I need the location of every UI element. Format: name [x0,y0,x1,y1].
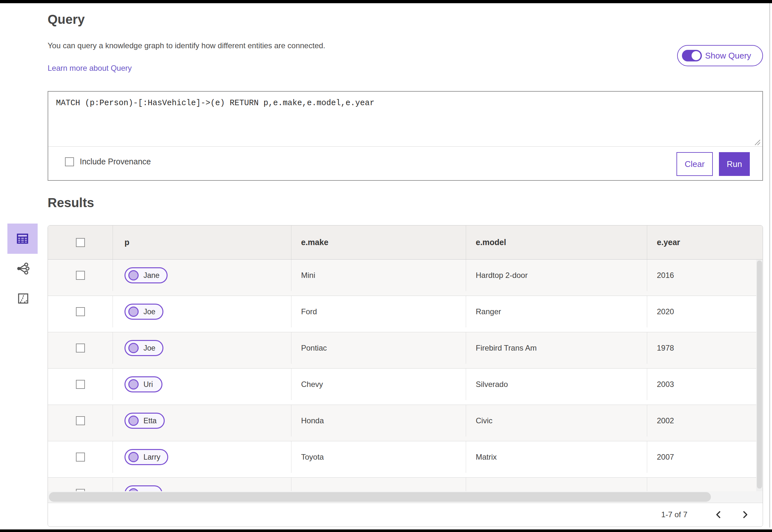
entity-cell: Joe [113,296,291,327]
row-checkbox[interactable] [76,380,85,389]
cell-e-make: Ford [291,296,466,327]
entity-cell: Larry [113,441,291,473]
learn-more-link[interactable]: Learn more about Query [48,64,132,73]
cell-e-year: 2003 [647,369,763,400]
table-header-row: p e.make e.model e.year [48,225,763,260]
table-row: UriChevySilverado2003 [48,369,763,405]
entity-name: Jane [143,271,160,280]
column-header-p[interactable]: p [113,225,291,259]
entity-pill[interactable]: Joe [124,304,163,320]
window-right-edge [769,3,770,527]
cell-e-model: Matrix [466,441,647,473]
entity-name: Uri [143,380,153,389]
include-provenance-checkbox[interactable] [65,157,74,166]
query-description: You can query a knowledge graph to ident… [48,41,325,50]
cell-e-year: 2016 [647,260,763,291]
person-node-icon [128,416,139,426]
include-provenance-label: Include Provenance [80,157,151,166]
table-row: JoePontiacFirebird Trans Am1978 [48,332,763,369]
entity-pill[interactable]: Joe [124,340,163,356]
row-checkbox[interactable] [76,416,85,425]
entity-cell: Joe [113,332,291,364]
cell-e-make: Mini [291,260,466,291]
row-checkbox[interactable] [76,344,85,353]
chevron-right-icon [742,511,749,518]
entity-pill[interactable]: Etta [124,413,165,429]
pagination-bar: 1-7 of 7 [48,503,763,526]
row-checkbox-cell [48,332,113,364]
toggle-knob [692,51,701,60]
include-provenance-control[interactable]: Include Provenance [65,157,151,166]
row-checkbox[interactable] [76,307,85,316]
row-checkbox-cell [48,441,113,473]
cell-e-model: Hardtop 2-door [466,260,647,291]
table-row: LarryToyotaMatrix2007 [48,441,763,478]
row-checkbox-cell [48,296,113,327]
show-query-label: Show Query [705,51,751,61]
run-button[interactable]: Run [719,152,750,176]
row-checkbox[interactable] [76,271,85,280]
row-checkbox[interactable] [76,453,85,462]
next-page-button[interactable] [739,508,752,521]
clear-button[interactable]: Clear [676,152,713,176]
vertical-scrollbar-thumb[interactable] [757,261,762,489]
column-header-e-make[interactable]: e.make [291,225,466,259]
resize-grip-icon[interactable] [753,139,761,146]
row-checkbox-cell [48,405,113,436]
editor-footer-divider [48,146,762,147]
entity-name: Joe [143,307,155,316]
cell-e-make: Toyota [291,441,466,473]
entity-cell: Etta [113,405,291,436]
person-node-icon [128,343,139,353]
query-page: Query You can query a knowledge graph to… [0,0,772,532]
show-query-toggle-button[interactable]: Show Query [677,45,763,66]
pagination-range-label: 1-7 of 7 [661,510,687,519]
entity-name: Joe [143,344,155,353]
window-bottom-edge [0,529,772,532]
link-chart-view-button[interactable] [14,260,32,277]
table-view-button-selected[interactable] [7,224,38,254]
person-node-icon [128,379,139,390]
window-top-edge [0,0,772,3]
row-checkbox-cell [48,369,113,400]
table-view-icon [15,232,30,246]
map-view-button[interactable] [15,291,31,306]
table-row: EttaHondaCivic2002 [48,405,763,441]
query-editor-panel: MATCH (p:Person)-[:HasVehicle]->(e) RETU… [48,91,763,181]
entity-pill[interactable]: Jane [124,267,168,283]
person-node-icon [128,270,139,280]
column-header-e-year[interactable]: e.year [647,225,763,259]
vertical-scrollbar[interactable] [756,260,763,491]
entity-name: Larry [143,453,160,462]
cell-e-model: Ranger [466,296,647,327]
column-header-e-model[interactable]: e.model [466,225,647,259]
select-all-checkbox[interactable] [76,238,85,247]
header-checkbox-cell [48,225,113,259]
entity-pill[interactable]: Larry [124,449,168,465]
table-row: JaneMiniHardtop 2-door2016 [48,260,763,296]
cell-e-year: 2007 [647,441,763,473]
cell-e-year: 2020 [647,296,763,327]
row-checkbox-cell [48,260,113,291]
cell-e-make: Honda [291,405,466,436]
results-table: p e.make e.model e.year JaneMiniHardtop … [48,225,763,527]
query-textarea[interactable]: MATCH (p:Person)-[:HasVehicle]->(e) RETU… [56,98,748,109]
cell-e-model: Silverado [466,369,647,400]
person-node-icon [128,307,139,317]
cell-e-year: 1978 [647,332,763,364]
previous-page-button[interactable] [712,508,725,521]
table-row: JoeFordRanger2020 [48,296,763,332]
cell-e-year: 2002 [647,405,763,436]
entity-pill[interactable]: Uri [124,376,162,392]
person-node-icon [128,452,139,462]
cell-e-model: Civic [466,405,647,436]
results-section-title: Results [48,196,94,210]
cell-e-make: Pontiac [291,332,466,364]
query-section-title: Query [48,12,85,27]
horizontal-scrollbar-thumb[interactable] [49,492,711,502]
table-body: JaneMiniHardtop 2-door2016JoeFordRanger2… [48,260,763,503]
horizontal-scrollbar[interactable] [48,491,763,503]
entity-cell: Jane [113,260,291,291]
cell-e-model: Firebird Trans Am [466,332,647,364]
toggle-on-icon[interactable] [682,50,702,61]
